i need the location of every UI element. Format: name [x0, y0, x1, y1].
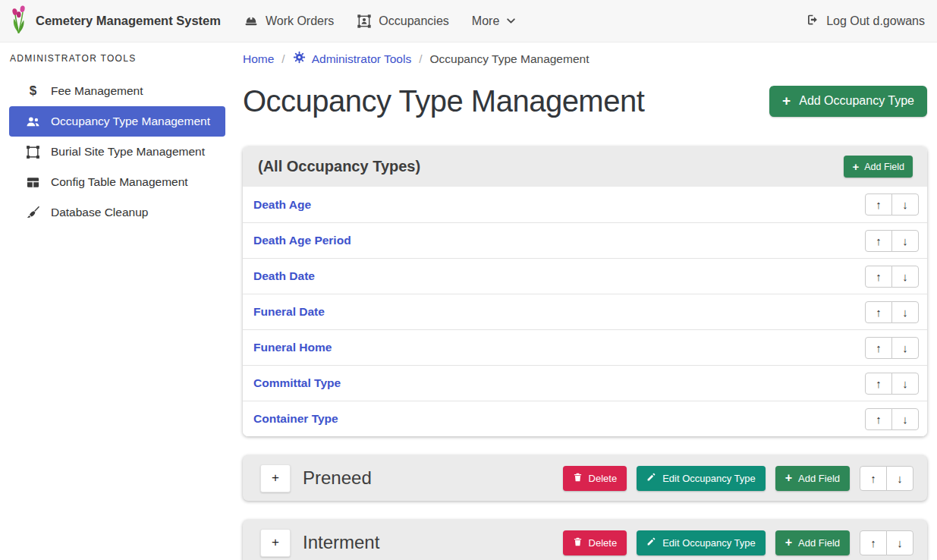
vector-square-icon: [24, 145, 42, 159]
field-row: Funeral Date ↑ ↓: [243, 294, 927, 329]
move-up-button[interactable]: ↑: [865, 408, 892, 430]
breadcrumb-separator: /: [419, 52, 422, 66]
plus-icon: +: [852, 160, 859, 173]
add-field-button[interactable]: + Add Field: [775, 466, 850, 491]
pencil-icon: [646, 536, 656, 549]
breadcrumb-separator: /: [281, 52, 285, 66]
edit-occupancy-type-button[interactable]: Edit Occupancy Type: [637, 530, 766, 555]
breadcrumb-home-link[interactable]: Home: [243, 52, 274, 66]
move-up-button[interactable]: ↑: [865, 193, 892, 216]
section-bar-interment: + Interment Delete Edit Occupancy Type +: [243, 520, 927, 560]
add-field-button[interactable]: + Add Field: [775, 530, 850, 555]
move-down-button[interactable]: ↓: [891, 337, 919, 359]
field-row: Committal Type ↑ ↓: [243, 365, 927, 401]
reorder-controls: ↑ ↓: [865, 408, 919, 430]
main-content: Home /: [235, 42, 937, 560]
delete-occupancy-type-button[interactable]: Delete: [563, 466, 627, 491]
edit-label: Edit Occupancy Type: [662, 537, 756, 549]
move-down-button[interactable]: ↓: [891, 266, 919, 288]
sidebar-item-burial-site-type-management[interactable]: Burial Site Type Management: [9, 137, 225, 167]
reorder-controls: ↑ ↓: [860, 530, 913, 555]
field-link-funeral-date[interactable]: Funeral Date: [253, 305, 325, 319]
field-row: Death Age Period ↑ ↓: [243, 222, 927, 258]
move-down-button[interactable]: ↓: [886, 530, 913, 555]
sidebar-item-label: Database Cleanup: [51, 206, 148, 219]
panel-title: (All Occupancy Types): [258, 158, 420, 175]
field-link-death-age[interactable]: Death Age: [253, 198, 311, 212]
field-row: Death Date ↑ ↓: [243, 258, 927, 294]
move-down-button[interactable]: ↓: [886, 466, 913, 491]
move-up-button[interactable]: ↑: [865, 230, 892, 252]
sidebar-item-fee-management[interactable]: $ Fee Management: [9, 76, 225, 106]
nav-more-dropdown[interactable]: More: [472, 14, 516, 28]
sidebar-item-database-cleanup[interactable]: Database Cleanup: [9, 197, 225, 228]
move-up-button[interactable]: ↑: [865, 373, 892, 395]
field-link-death-age-period[interactable]: Death Age Period: [253, 234, 351, 247]
field-link-death-date[interactable]: Death Date: [253, 269, 315, 283]
sidebar: ADMINISTRATOR TOOLS $ Fee Management Occ…: [0, 42, 235, 560]
move-up-button[interactable]: ↑: [860, 466, 887, 491]
nav-occupancies[interactable]: Occupancies: [357, 14, 449, 29]
hard-hat-icon: [244, 14, 259, 29]
add-occupancy-type-button[interactable]: + Add Occupancy Type: [769, 86, 927, 117]
dollar-icon: $: [24, 83, 42, 99]
move-up-button[interactable]: ↑: [860, 530, 887, 555]
page-title: Occupancy Type Management: [243, 84, 644, 118]
breadcrumb-admin-tools-link[interactable]: Administrator Tools: [293, 51, 412, 67]
section-actions: Delete Edit Occupancy Type + Add Field ↑…: [563, 466, 913, 491]
move-down-button[interactable]: ↓: [891, 230, 919, 252]
sidebar-item-config-table-management[interactable]: Config Table Management: [9, 167, 225, 197]
add-field-button[interactable]: + Add Field: [844, 156, 913, 178]
move-down-button[interactable]: ↓: [891, 408, 919, 430]
reorder-controls: ↑ ↓: [860, 466, 913, 491]
field-link-committal-type[interactable]: Committal Type: [253, 376, 341, 390]
breadcrumb: Home /: [243, 49, 927, 67]
plus-icon: +: [785, 471, 792, 485]
reorder-controls: ↑ ↓: [865, 266, 919, 288]
delete-occupancy-type-button[interactable]: Delete: [563, 530, 627, 555]
sidebar-heading: ADMINISTRATOR TOOLS: [10, 53, 225, 64]
plus-icon: +: [785, 536, 792, 549]
move-down-button[interactable]: ↓: [891, 193, 919, 216]
field-link-container-type[interactable]: Container Type: [253, 412, 338, 426]
section-title: Preneed: [303, 467, 563, 489]
add-field-label: Add Field: [798, 473, 840, 484]
expand-section-button[interactable]: +: [260, 464, 291, 492]
broom-icon: [24, 205, 42, 220]
sidebar-item-label: Burial Site Type Management: [51, 145, 205, 159]
reorder-controls: ↑ ↓: [865, 337, 919, 359]
sidebar-item-occupancy-type-management[interactable]: Occupancy Type Management: [9, 106, 225, 137]
sidebar-item-label: Config Table Management: [51, 175, 188, 189]
field-row: Container Type ↑ ↓: [243, 401, 927, 436]
top-navbar: Cemetery Management System Work Orders O…: [0, 0, 937, 42]
nav-more-label: More: [472, 14, 499, 28]
move-up-button[interactable]: ↑: [865, 337, 892, 359]
logout-link[interactable]: Log Out d.gowans: [806, 13, 925, 30]
delete-label: Delete: [589, 537, 618, 549]
add-occupancy-type-label: Add Occupancy Type: [799, 94, 914, 108]
nav-work-orders-label: Work Orders: [266, 14, 334, 28]
add-field-label: Add Field: [864, 162, 904, 172]
plus-icon: +: [782, 93, 791, 109]
edit-label: Edit Occupancy Type: [662, 473, 756, 484]
expand-section-button[interactable]: +: [260, 529, 291, 557]
section-actions: Delete Edit Occupancy Type + Add Field ↑…: [563, 530, 913, 555]
move-down-button[interactable]: ↓: [891, 373, 919, 395]
section-title: Interment: [303, 532, 563, 553]
nav-work-orders[interactable]: Work Orders: [244, 14, 334, 29]
field-link-funeral-home[interactable]: Funeral Home: [253, 341, 332, 354]
trash-icon: [573, 536, 583, 549]
move-up-button[interactable]: ↑: [865, 266, 892, 288]
brand[interactable]: Cemetery Management System: [9, 5, 221, 38]
occupancies-icon: [357, 14, 372, 29]
sidebar-item-label: Fee Management: [51, 84, 143, 98]
move-up-button[interactable]: ↑: [865, 301, 892, 323]
pencil-icon: [646, 472, 656, 484]
section-bar-preneed: + Preneed Delete Edit Occupancy Type +: [243, 455, 927, 501]
reorder-controls: ↑ ↓: [865, 230, 919, 252]
edit-occupancy-type-button[interactable]: Edit Occupancy Type: [637, 466, 766, 491]
title-row: Occupancy Type Management + Add Occupanc…: [243, 79, 927, 123]
table-icon: [24, 175, 42, 190]
trash-icon: [573, 472, 583, 485]
move-down-button[interactable]: ↓: [891, 301, 919, 323]
